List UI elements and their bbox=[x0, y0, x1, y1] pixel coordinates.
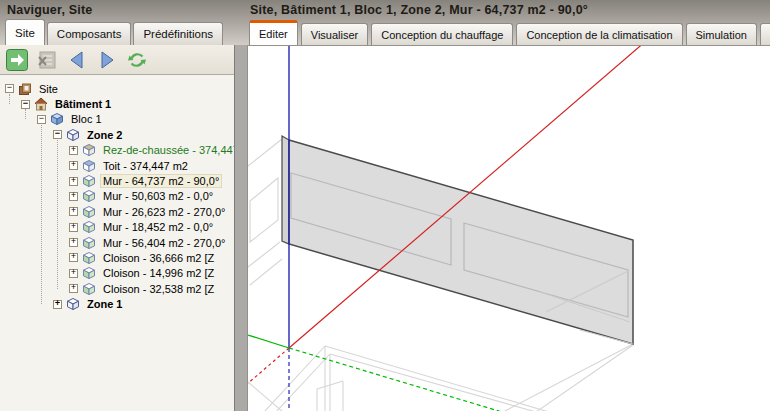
expand-box-icon[interactable]: + bbox=[69, 223, 78, 232]
tree-item[interactable]: +Cloison - 32,538 m2 [Z bbox=[0, 281, 234, 296]
collapse-box-icon[interactable]: − bbox=[53, 130, 62, 139]
y-axis-line bbox=[248, 335, 289, 348]
expand-box-icon[interactable]: + bbox=[69, 253, 78, 262]
tree-item[interactable]: −Zone 2 bbox=[0, 127, 234, 142]
forward-button[interactable] bbox=[95, 48, 119, 72]
collapse-box-icon[interactable]: − bbox=[37, 115, 46, 124]
tree-item-label: Mur - 18,452 m2 - 0,0° bbox=[100, 220, 216, 234]
3d-viewport[interactable] bbox=[248, 46, 770, 411]
wall-icon bbox=[82, 174, 96, 188]
roof-icon bbox=[82, 159, 96, 173]
tab-simulation[interactable]: Simulation bbox=[686, 23, 757, 45]
edit-list-button bbox=[35, 48, 59, 72]
tree-item-label: Cloison - 32,538 m2 [Z bbox=[100, 282, 217, 296]
wall-icon bbox=[82, 236, 96, 250]
panel-splitter[interactable] bbox=[234, 45, 248, 411]
edit-canvas bbox=[248, 45, 770, 411]
green-refresh-icon bbox=[126, 49, 148, 71]
tree-item[interactable]: −Bloc 1 bbox=[0, 112, 234, 127]
tab-conception-de-la-climatisation[interactable]: Conception de la climatisation bbox=[516, 23, 682, 45]
partition-icon bbox=[82, 251, 96, 265]
tree-item[interactable]: +Zone 1 bbox=[0, 296, 234, 311]
tree-item-label: Mur - 50,603 m2 - 0,0° bbox=[100, 189, 216, 203]
expand-box-icon[interactable]: + bbox=[69, 146, 78, 155]
expand-box-icon[interactable]: + bbox=[69, 238, 78, 247]
zone-icon bbox=[66, 297, 80, 311]
navigator-toolbar bbox=[0, 45, 234, 75]
collapse-box-icon[interactable]: − bbox=[21, 100, 30, 109]
tree-item-label: Bâtiment 1 bbox=[52, 97, 114, 111]
wall-icon bbox=[82, 189, 96, 203]
expand-box-icon[interactable]: + bbox=[69, 177, 78, 186]
partition-icon bbox=[82, 266, 96, 280]
expand-box-icon[interactable]: + bbox=[69, 284, 78, 293]
tree-item-label: Zone 2 bbox=[84, 128, 125, 142]
view-tab-bar: EditerVisualiserConception du chauffageC… bbox=[249, 23, 770, 45]
navigator-title: Naviguer, Site bbox=[7, 3, 92, 17]
navigator-panel: −Site−Bâtiment 1−Bloc 1−Zone 2+Rez-de-ch… bbox=[0, 45, 234, 411]
header-bar: Naviguer, Site Site, Bâtiment 1, Bloc 1,… bbox=[0, 0, 770, 45]
tab-editer[interactable]: Editer bbox=[249, 20, 298, 45]
tree-guide-line bbox=[9, 94, 10, 104]
expand-box-icon[interactable]: + bbox=[69, 161, 78, 170]
tree-item[interactable]: +Toit - 374,447 m2 bbox=[0, 158, 234, 173]
block-icon bbox=[50, 112, 64, 126]
tree-item-label: Cloison - 14,996 m2 [Z bbox=[100, 266, 217, 280]
tab-pr-d-finitions[interactable]: Prédéfinitions bbox=[133, 22, 223, 45]
tree-item-label: Mur - 64,737 m2 - 90,0° bbox=[100, 174, 222, 188]
tab-site[interactable]: Site bbox=[5, 19, 45, 45]
tree-item[interactable]: +Rez-de-chaussée - 374,447 m2 bbox=[0, 143, 234, 158]
tree-item[interactable]: −Site bbox=[0, 81, 234, 96]
tree-item-label: Toit - 374,447 m2 bbox=[100, 159, 191, 173]
designbuilder-window: Naviguer, Site Site, Bâtiment 1, Bloc 1,… bbox=[0, 0, 770, 411]
tab-composants[interactable]: Composants bbox=[47, 22, 132, 45]
site-icon bbox=[18, 82, 32, 96]
tree-guide-line bbox=[41, 125, 42, 305]
tree-item[interactable]: +Mur - 56,404 m2 - 270,0° bbox=[0, 235, 234, 250]
tree-item[interactable]: +Cloison - 14,996 m2 [Z bbox=[0, 266, 234, 281]
refresh-button[interactable] bbox=[125, 48, 149, 72]
tree-item[interactable]: +Mur - 18,452 m2 - 0,0° bbox=[0, 220, 234, 235]
tree-item-label: Cloison - 36,666 m2 [Z bbox=[100, 251, 217, 265]
navigate-enter-button[interactable] bbox=[5, 48, 29, 72]
navigator-tab-bar: SiteComposantsPrédéfinitions bbox=[5, 20, 223, 45]
tree-item[interactable]: −Bâtiment 1 bbox=[0, 96, 234, 111]
blue-right-triangle-icon bbox=[96, 49, 118, 71]
green-arrow-icon bbox=[5, 48, 29, 72]
site-tree: −Site−Bâtiment 1−Bloc 1−Zone 2+Rez-de-ch… bbox=[0, 75, 234, 411]
tab-visualiser[interactable]: Visualiser bbox=[301, 23, 369, 45]
collapse-box-icon[interactable]: − bbox=[5, 84, 14, 93]
expand-box-icon[interactable]: + bbox=[69, 192, 78, 201]
tree-item-label: Mur - 26,623 m2 - 270,0° bbox=[100, 205, 228, 219]
floor-icon bbox=[82, 143, 96, 157]
expand-box-icon[interactable]: + bbox=[69, 207, 78, 216]
tree-item-label: Site bbox=[36, 82, 61, 96]
tree-guide-line bbox=[25, 109, 26, 119]
wall-icon bbox=[82, 205, 96, 219]
tree-item-label: Zone 1 bbox=[84, 297, 125, 311]
selected-wall-surface[interactable] bbox=[282, 136, 633, 344]
tree-item[interactable]: +Mur - 64,737 m2 - 90,0° bbox=[0, 173, 234, 188]
tree-item-label: Bloc 1 bbox=[68, 112, 105, 126]
tree-item[interactable]: +Cloison - 36,666 m2 [Z bbox=[0, 250, 234, 265]
blue-left-triangle-icon bbox=[66, 49, 88, 71]
tree-item[interactable]: +Mur - 50,603 m2 - 0,0° bbox=[0, 189, 234, 204]
context-breadcrumb-title: Site, Bâtiment 1, Bloc 1, Zone 2, Mur - … bbox=[250, 3, 588, 17]
partition-icon bbox=[82, 282, 96, 296]
checklist-x-icon bbox=[36, 49, 58, 71]
tab-contr-le[interactable]: Contrôle bbox=[760, 23, 770, 45]
expand-box-icon[interactable]: + bbox=[69, 269, 78, 278]
tree-item-label: Rez-de-chaussée - 374,447 m2 bbox=[100, 143, 234, 157]
back-button[interactable] bbox=[65, 48, 89, 72]
tree-guide-line bbox=[57, 140, 58, 289]
tree-item[interactable]: +Mur - 26,623 m2 - 270,0° bbox=[0, 204, 234, 219]
tab-conception-du-chauffage[interactable]: Conception du chauffage bbox=[371, 23, 513, 45]
expand-box-icon[interactable]: + bbox=[53, 300, 62, 309]
building-icon bbox=[34, 97, 48, 111]
wall-icon bbox=[82, 220, 96, 234]
zone-icon bbox=[66, 128, 80, 142]
tree-item-label: Mur - 56,404 m2 - 270,0° bbox=[100, 236, 228, 250]
